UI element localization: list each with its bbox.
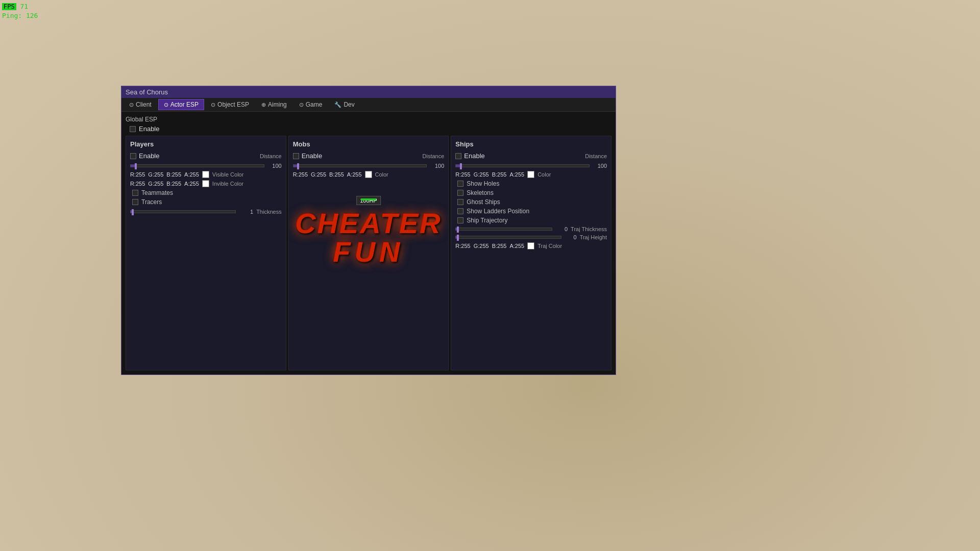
ships-distance-value: 100	[593, 163, 607, 169]
players-invible-color-label: Invible Color	[212, 181, 243, 187]
players-invible-color-swatch[interactable]	[202, 180, 209, 187]
global-esp-label: Global ESP	[126, 116, 611, 123]
mobs-enable-group: Enable	[293, 152, 322, 160]
mobs-distance-slider-row: 100	[293, 163, 445, 169]
ships-title: Ships	[455, 140, 607, 148]
mobs-enable-distance-row: Enable Distance	[293, 152, 445, 160]
players-invible-g: G:255	[148, 181, 163, 187]
players-invible-b: B:255	[166, 181, 181, 187]
fps-label: FPS	[2, 3, 16, 10]
ships-distance-handle[interactable]	[460, 163, 462, 169]
players-invible-a: A:255	[184, 181, 199, 187]
ships-traj-height-value: 0	[565, 234, 577, 240]
window-title-bar[interactable]: Sea of Chorus	[121, 86, 616, 98]
ships-enable-checkbox[interactable]	[455, 153, 461, 159]
tab-object-esp[interactable]: ⊙ Object ESP	[205, 99, 255, 110]
aiming-icon: ⊕	[261, 102, 266, 108]
ships-traj-height-row: 0 Traj Height	[455, 234, 607, 240]
players-thickness-slider[interactable]	[130, 210, 236, 213]
hud-overlay: FPS 71 Ping: 126	[2, 2, 38, 20]
players-enable-label: Enable	[139, 152, 159, 160]
fps-value: 71	[20, 3, 29, 10]
ships-traj-thickness-row: 0 Traj Thickness	[455, 226, 607, 232]
ships-skeletons-checkbox[interactable]	[457, 190, 463, 196]
ships-traj-color-label: Traj Color	[537, 243, 562, 249]
ships-show-ladders-label: Show Ladders Position	[467, 208, 529, 215]
mobs-enable-checkbox[interactable]	[293, 153, 299, 159]
players-teammates-label: Teammates	[141, 189, 173, 196]
tab-dev[interactable]: 🔧 Dev	[329, 99, 360, 110]
ships-distance-slider[interactable]	[455, 164, 590, 167]
players-title: Players	[130, 140, 282, 148]
ships-show-holes-row: Show Holes	[455, 180, 607, 187]
ships-color-a: A:255	[509, 171, 524, 178]
mobs-distance-handle[interactable]	[297, 163, 299, 169]
ships-traj-height-handle[interactable]	[457, 235, 459, 241]
ships-color-row: R:255 G:255 B:255 A:255 Color	[455, 171, 607, 178]
mobs-color-swatch[interactable]	[365, 171, 372, 178]
ships-traj-thickness-handle[interactable]	[457, 227, 459, 233]
main-window: Sea of Chorus ⊙ Client ⊙ Actor ESP ⊙ Obj…	[121, 86, 616, 375]
ships-show-ladders-checkbox[interactable]	[457, 208, 463, 214]
ships-show-holes-checkbox[interactable]	[457, 181, 463, 187]
ships-enable-label: Enable	[464, 152, 484, 160]
ships-ghost-ships-checkbox[interactable]	[457, 199, 463, 205]
ships-traj-color-swatch[interactable]	[527, 242, 534, 249]
players-invible-color-row: R:255 G:255 B:255 A:255 Invible Color	[130, 180, 282, 187]
ships-ghost-ships-row: Ghost Ships	[455, 198, 607, 206]
ships-ghost-ships-label: Ghost Ships	[467, 198, 500, 206]
tab-object-esp-label: Object ESP	[217, 101, 249, 108]
ships-traj-color-b: B:255	[492, 243, 507, 249]
ships-show-ladders-row: Show Ladders Position	[455, 208, 607, 215]
mobs-color-b: B:255	[329, 171, 344, 178]
players-visible-b: B:255	[166, 171, 181, 178]
players-distance-slider-row: 100	[130, 163, 282, 169]
ships-trajectory-row: Ship Trajectory	[455, 217, 607, 224]
players-visible-color-row: R:255 G:255 B:255 A:255 Visible Color	[130, 171, 282, 178]
players-tracers-label: Tracers	[141, 198, 162, 206]
watermark-line1: CHEATER	[295, 209, 442, 238]
ships-skeletons-row: Skeletons	[455, 189, 607, 196]
players-enable-group: Enable	[130, 152, 159, 160]
players-enable-checkbox[interactable]	[130, 153, 136, 159]
ships-skeletons-label: Skeletons	[467, 189, 494, 196]
tab-client[interactable]: ⊙ Client	[124, 99, 157, 110]
players-visible-color-label: Visible Color	[212, 171, 244, 178]
ships-trajectory-checkbox[interactable]	[457, 217, 463, 223]
ships-traj-color-row: R:255 G:255 B:255 A:255 Traj Color	[455, 242, 607, 249]
players-enable-distance-row: Enable Distance	[130, 152, 282, 160]
ships-traj-height-slider[interactable]	[455, 236, 561, 239]
watermark-text-container: CHEATER FUN	[295, 209, 442, 266]
players-visible-g: G:255	[148, 171, 163, 178]
ships-traj-thickness-label: Traj Thickness	[571, 226, 607, 232]
ships-color-swatch[interactable]	[527, 171, 534, 178]
tab-actor-esp-label: Actor ESP	[170, 101, 199, 108]
players-visible-color-swatch[interactable]	[202, 171, 209, 178]
window-title: Sea of Chorus	[126, 88, 168, 96]
mobs-color-label: Color	[375, 171, 388, 178]
mobs-distance-slider[interactable]	[293, 164, 427, 167]
tab-dev-label: Dev	[344, 101, 354, 108]
players-distance-slider[interactable]	[130, 164, 264, 167]
players-distance-value: 100	[267, 163, 282, 169]
tab-aiming[interactable]: ⊕ Aiming	[256, 99, 292, 110]
ships-distance-label: Distance	[585, 153, 607, 159]
players-tracers-checkbox[interactable]	[132, 199, 138, 205]
tab-game[interactable]: ⊙ Game	[293, 99, 328, 110]
players-visible-r: R:255	[130, 171, 145, 178]
mobs-color-g: G:255	[311, 171, 326, 178]
ships-traj-thickness-slider[interactable]	[455, 228, 552, 231]
players-column: Players Enable Distance	[126, 136, 286, 370]
players-invible-r: R:255	[130, 181, 145, 187]
ships-traj-height-label: Traj Height	[580, 234, 607, 240]
players-thickness-handle[interactable]	[132, 209, 134, 215]
global-esp-enable-label: Enable	[139, 125, 159, 133]
players-teammates-checkbox[interactable]	[132, 190, 138, 196]
tab-actor-esp[interactable]: ⊙ Actor ESP	[158, 99, 204, 110]
players-distance-handle[interactable]	[135, 163, 137, 169]
players-teammates-row: Teammates	[130, 189, 282, 196]
players-distance-group: Distance	[260, 153, 282, 159]
ships-traj-thickness-value: 0	[555, 226, 568, 232]
tab-aiming-label: Aiming	[268, 101, 287, 108]
global-esp-checkbox[interactable]	[130, 126, 136, 132]
